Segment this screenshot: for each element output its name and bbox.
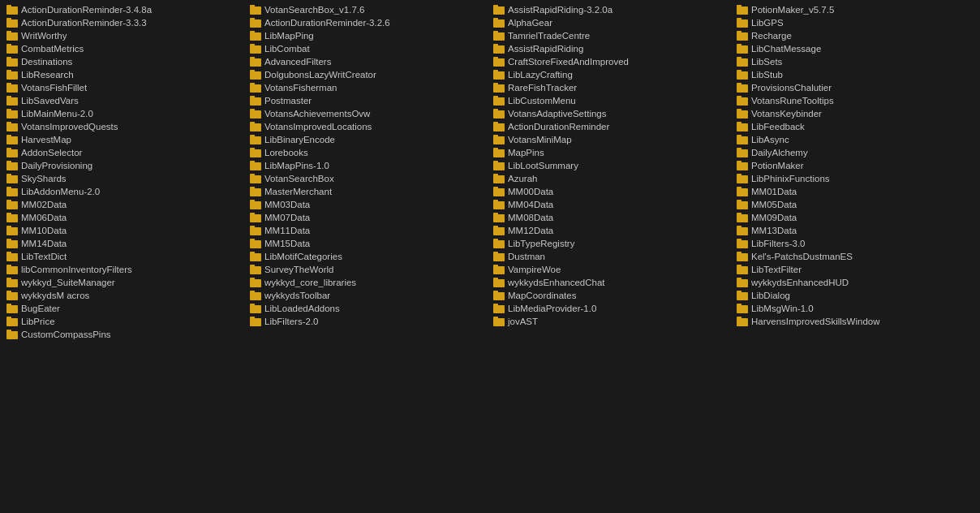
list-item[interactable]: TamrielTradeCentre bbox=[490, 29, 733, 42]
list-item[interactable]: LibFeedback bbox=[733, 120, 977, 133]
list-item[interactable]: MM04Data bbox=[490, 198, 733, 211]
list-item[interactable]: ActionDurationReminder-3.2.6 bbox=[247, 16, 490, 29]
list-item[interactable]: VotansImprovedLocations bbox=[247, 120, 490, 133]
list-item[interactable]: SkyShards bbox=[3, 172, 247, 185]
list-item[interactable]: MM10Data bbox=[3, 224, 247, 237]
list-item[interactable]: LibLootSummary bbox=[490, 159, 733, 172]
list-item[interactable]: MM09Data bbox=[733, 211, 977, 224]
list-item[interactable]: wykkydsM acros bbox=[3, 289, 247, 302]
list-item[interactable]: Azurah bbox=[490, 172, 733, 185]
list-item[interactable]: LibSets bbox=[733, 55, 977, 68]
list-item[interactable]: LibBinaryEncode bbox=[247, 133, 490, 146]
list-item[interactable]: BugEater bbox=[3, 302, 247, 315]
list-item[interactable]: VotansMiniMap bbox=[490, 133, 733, 146]
list-item[interactable]: LibPrice bbox=[3, 315, 247, 328]
list-item[interactable]: ProvisionsChalutier bbox=[733, 81, 977, 94]
list-item[interactable]: MM05Data bbox=[733, 198, 977, 211]
list-item[interactable]: LibAddonMenu-2.0 bbox=[3, 185, 247, 198]
list-item[interactable]: Destinations bbox=[3, 55, 247, 68]
list-item[interactable]: LibMediaProvider-1.0 bbox=[490, 302, 733, 315]
list-item[interactable]: LibDialog bbox=[733, 289, 977, 302]
list-item[interactable]: Postmaster bbox=[247, 94, 490, 107]
list-item[interactable]: CombatMetrics bbox=[3, 42, 247, 55]
list-item[interactable]: VotansFishFillet bbox=[3, 81, 247, 94]
list-item[interactable]: SurveyTheWorld bbox=[247, 263, 490, 276]
list-item[interactable]: VotanSearchBox_v1.7.6 bbox=[247, 3, 490, 16]
list-item[interactable]: AssistRapidRiding-3.2.0a bbox=[490, 3, 733, 16]
list-item[interactable]: LibGPS bbox=[733, 16, 977, 29]
list-item[interactable]: VotansAdaptiveSettings bbox=[490, 107, 733, 120]
list-item[interactable]: LibMapPins-1.0 bbox=[247, 159, 490, 172]
list-item[interactable]: VotanSearchBox bbox=[247, 172, 490, 185]
list-item[interactable]: WritWorthy bbox=[3, 29, 247, 42]
list-item[interactable]: VotansImprovedQuests bbox=[3, 120, 247, 133]
list-item[interactable]: LibTextFilter bbox=[733, 263, 977, 276]
list-item[interactable]: PotionMaker bbox=[733, 159, 977, 172]
list-item[interactable]: HarvestMap bbox=[3, 133, 247, 146]
list-item[interactable]: wykkyd_core_libraries bbox=[247, 276, 490, 289]
list-item[interactable]: MM14Data bbox=[3, 237, 247, 250]
list-item[interactable]: LibMainMenu-2.0 bbox=[3, 107, 247, 120]
list-item[interactable]: LibSavedVars bbox=[3, 94, 247, 107]
list-item[interactable]: jovAST bbox=[490, 315, 733, 328]
list-item[interactable]: DolgubonsLazyWritCreator bbox=[247, 68, 490, 81]
list-item[interactable]: MM07Data bbox=[247, 211, 490, 224]
list-item[interactable]: ActionDurationReminder-3.3.3 bbox=[3, 16, 247, 29]
list-item[interactable]: AssistRapidRiding bbox=[490, 42, 733, 55]
list-item[interactable]: MM15Data bbox=[247, 237, 490, 250]
list-item[interactable]: HarvensImprovedSkillsWindow bbox=[733, 315, 977, 328]
list-item[interactable]: LibResearch bbox=[3, 68, 247, 81]
list-item[interactable]: MM08Data bbox=[490, 211, 733, 224]
list-item[interactable]: LibCombat bbox=[247, 42, 490, 55]
list-item[interactable]: PotionMaker_v5.7.5 bbox=[733, 3, 977, 16]
list-item[interactable]: libCommonInventoryFilters bbox=[3, 263, 247, 276]
list-item[interactable]: LibCustomMenu bbox=[490, 94, 733, 107]
list-item[interactable]: LibPhinixFunctions bbox=[733, 172, 977, 185]
list-item[interactable]: AlphaGear bbox=[490, 16, 733, 29]
list-item[interactable]: MM00Data bbox=[490, 185, 733, 198]
list-item[interactable]: LibTextDict bbox=[3, 250, 247, 263]
list-item[interactable]: MasterMerchant bbox=[247, 185, 490, 198]
list-item[interactable]: VampireWoe bbox=[490, 263, 733, 276]
list-item[interactable]: MM13Data bbox=[733, 224, 977, 237]
list-item[interactable]: LibStub bbox=[733, 68, 977, 81]
list-item[interactable]: LibTypeRegistry bbox=[490, 237, 733, 250]
list-item[interactable]: LibChatMessage bbox=[733, 42, 977, 55]
list-item[interactable]: LibMapPing bbox=[247, 29, 490, 42]
list-item[interactable]: AddonSelector bbox=[3, 146, 247, 159]
list-item[interactable]: Lorebooks bbox=[247, 146, 490, 159]
list-item[interactable]: MM12Data bbox=[490, 224, 733, 237]
list-item[interactable]: wykkydsEnhancedHUD bbox=[733, 276, 977, 289]
list-item[interactable]: MM03Data bbox=[247, 198, 490, 211]
list-item[interactable]: LibMotifCategories bbox=[247, 250, 490, 263]
list-item[interactable]: wykkydsEnhancedChat bbox=[490, 276, 733, 289]
list-item[interactable]: MapPins bbox=[490, 146, 733, 159]
list-item[interactable]: Dustman bbox=[490, 250, 733, 263]
list-item[interactable]: VotansAchievementsOvw bbox=[247, 107, 490, 120]
list-item[interactable]: DailyAlchemy bbox=[733, 146, 977, 159]
list-item[interactable]: RareFishTracker bbox=[490, 81, 733, 94]
list-item[interactable]: VotansKeybinder bbox=[733, 107, 977, 120]
list-item[interactable]: LibLoadedAddons bbox=[247, 302, 490, 315]
list-item[interactable]: LibFilters-3.0 bbox=[733, 237, 977, 250]
list-item[interactable]: AdvancedFilters bbox=[247, 55, 490, 68]
list-item[interactable]: ActionDurationReminder-3.4.8a bbox=[3, 3, 247, 16]
list-item[interactable]: LibMsgWin-1.0 bbox=[733, 302, 977, 315]
list-item[interactable]: LibLazyCrafting bbox=[490, 68, 733, 81]
list-item[interactable]: MM02Data bbox=[3, 198, 247, 211]
list-item[interactable]: MM06Data bbox=[3, 211, 247, 224]
list-item[interactable]: ActionDurationReminder bbox=[490, 120, 733, 133]
list-item[interactable]: MapCoordinates bbox=[490, 289, 733, 302]
list-item[interactable]: LibAsync bbox=[733, 133, 977, 146]
list-item[interactable]: CraftStoreFixedAndImproved bbox=[490, 55, 733, 68]
list-item[interactable]: CustomCompassPins bbox=[3, 328, 247, 341]
list-item[interactable]: VotansFisherman bbox=[247, 81, 490, 94]
list-item[interactable]: MM11Data bbox=[247, 224, 490, 237]
list-item[interactable]: wykkyd_SuiteManager bbox=[3, 276, 247, 289]
list-item[interactable]: Kel's-PatchsDustmanES bbox=[733, 250, 977, 263]
list-item[interactable]: MM01Data bbox=[733, 185, 977, 198]
list-item[interactable]: wykkydsToolbar bbox=[247, 289, 490, 302]
list-item[interactable]: LibFilters-2.0 bbox=[247, 315, 490, 328]
list-item[interactable]: DailyProvisioning bbox=[3, 159, 247, 172]
list-item[interactable]: VotansRuneTooltips bbox=[733, 94, 977, 107]
